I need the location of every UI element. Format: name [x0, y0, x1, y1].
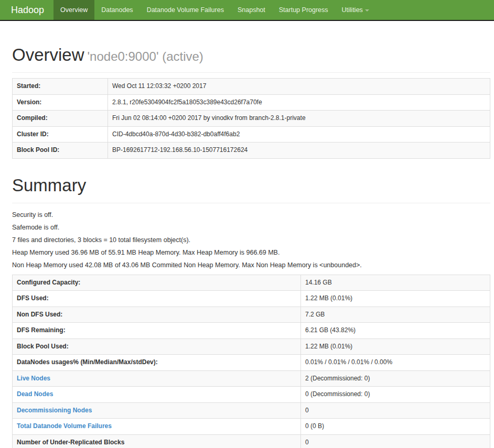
table-row: Version: 2.8.1, r20fe5304904fc2f5a18053c…	[13, 94, 490, 111]
page-header: Overview'node0:9000' (active)	[12, 45, 490, 73]
heap-memory-status: Heap Memory used 36.96 MB of 55.91 MB He…	[12, 249, 490, 256]
table-row: Dead Nodes 0 (Decommissioned: 0)	[13, 387, 490, 403]
row-value: Wed Oct 11 12:03:32 +0200 2017	[108, 79, 490, 95]
row-label: DFS Remaining:	[13, 323, 301, 339]
security-status: Security is off.	[12, 212, 490, 218]
row-value: 0	[301, 402, 490, 419]
row-value: 1.22 MB (0.01%)	[301, 338, 490, 355]
row-value: 14.16 GB	[301, 275, 490, 291]
dead-nodes-link[interactable]: Dead Nodes	[17, 390, 53, 398]
non-heap-memory-status: Non Heap Memory used 42.08 MB of 43.06 M…	[12, 262, 490, 269]
chevron-down-icon	[365, 9, 369, 12]
table-row: Decommissioning Nodes 0	[13, 402, 490, 419]
row-value: CID-4dbcd40a-870d-4d30-b382-db0aff4f6ab2	[108, 126, 490, 143]
table-row: Total Datanode Volume Failures 0 (0 B)	[13, 419, 490, 435]
summary-paragraphs: Security is off. Safemode is off. 7 file…	[12, 212, 490, 269]
summary-header: Summary	[12, 176, 490, 203]
live-nodes-link[interactable]: Live Nodes	[17, 375, 50, 382]
row-value: 0	[301, 434, 490, 448]
row-value: 0 (Decommissioned: 0)	[301, 387, 490, 403]
nav-tab-utilities[interactable]: Utilities	[335, 0, 376, 20]
safemode-status: Safemode is off.	[12, 224, 490, 231]
row-value: 0.01% / 0.01% / 0.01% / 0.00%	[301, 355, 490, 371]
row-label: Block Pool ID:	[13, 143, 108, 159]
row-label: Non DFS Used:	[13, 307, 301, 323]
nav-tab-snapshot[interactable]: Snapshot	[231, 0, 272, 20]
table-row: Configured Capacity: 14.16 GB	[13, 275, 490, 291]
page-container: Overview'node0:9000' (active) Started: W…	[12, 45, 490, 448]
filesystem-objects-status: 7 files and directories, 3 blocks = 10 t…	[12, 237, 490, 244]
table-row: Compiled: Fri Jun 02 08:14:00 +0200 2017…	[13, 111, 490, 127]
summary-table: Configured Capacity: 14.16 GB DFS Used: …	[12, 275, 490, 448]
row-value: Fri Jun 02 08:14:00 +0200 2017 by vinodk…	[108, 111, 490, 127]
nav-tabs: Overview Datanodes Datanode Volume Failu…	[53, 0, 376, 20]
top-navbar: Hadoop Overview Datanodes Datanode Volum…	[0, 0, 494, 21]
nav-tab-datanode-volume-failures[interactable]: Datanode Volume Failures	[140, 0, 231, 20]
utilities-label: Utilities	[342, 6, 363, 14]
row-label: DFS Used:	[13, 291, 301, 307]
row-value: 1.22 MB (0.01%)	[301, 291, 490, 307]
row-value: 7.2 GB	[301, 307, 490, 323]
table-row: DFS Remaining: 6.21 GB (43.82%)	[13, 323, 490, 339]
table-row: DataNodes usages% (Min/Median/Max/stdDev…	[13, 355, 490, 371]
hadoop-brand[interactable]: Hadoop	[0, 0, 53, 20]
row-label: Compiled:	[13, 111, 108, 127]
total-datanode-volume-failures-link[interactable]: Total Datanode Volume Failures	[17, 422, 112, 430]
row-value: 0 (0 B)	[301, 419, 490, 435]
namenode-address-state: 'node0:9000' (active)	[88, 49, 203, 63]
row-value: BP-1692617712-192.168.56.10-150771617262…	[108, 143, 490, 159]
nav-tab-datanodes[interactable]: Datanodes	[94, 0, 139, 20]
table-row: Live Nodes 2 (Decommissioned: 0)	[13, 370, 490, 387]
table-row: Cluster ID: CID-4dbcd40a-870d-4d30-b382-…	[13, 126, 490, 143]
nav-tab-overview[interactable]: Overview	[53, 0, 94, 20]
table-row: Block Pool ID: BP-1692617712-192.168.56.…	[13, 143, 490, 159]
row-value: 6.21 GB (43.82%)	[301, 323, 490, 339]
row-label: Version:	[13, 94, 108, 111]
page-title: Overview	[12, 45, 84, 64]
row-label: Cluster ID:	[13, 126, 108, 143]
row-label: Configured Capacity:	[13, 275, 301, 291]
summary-title: Summary	[12, 176, 490, 195]
row-label: DataNodes usages% (Min/Median/Max/stdDev…	[13, 355, 301, 371]
table-row: Number of Under-Replicated Blocks 0	[13, 434, 490, 448]
row-label: Started:	[13, 79, 108, 95]
namenode-info-table: Started: Wed Oct 11 12:03:32 +0200 2017 …	[12, 78, 490, 159]
table-row: Non DFS Used: 7.2 GB	[13, 307, 490, 323]
row-label: Number of Under-Replicated Blocks	[13, 434, 301, 448]
table-row: Block Pool Used: 1.22 MB (0.01%)	[13, 338, 490, 355]
nav-tab-startup-progress[interactable]: Startup Progress	[272, 0, 335, 20]
row-value: 2 (Decommissioned: 0)	[301, 370, 490, 387]
row-value: 2.8.1, r20fe5304904fc2f5a18053c389e43cd2…	[108, 94, 490, 111]
table-row: DFS Used: 1.22 MB (0.01%)	[13, 291, 490, 307]
row-label: Block Pool Used:	[13, 338, 301, 355]
table-row: Started: Wed Oct 11 12:03:32 +0200 2017	[13, 79, 490, 95]
decommissioning-nodes-link[interactable]: Decommissioning Nodes	[17, 407, 92, 414]
